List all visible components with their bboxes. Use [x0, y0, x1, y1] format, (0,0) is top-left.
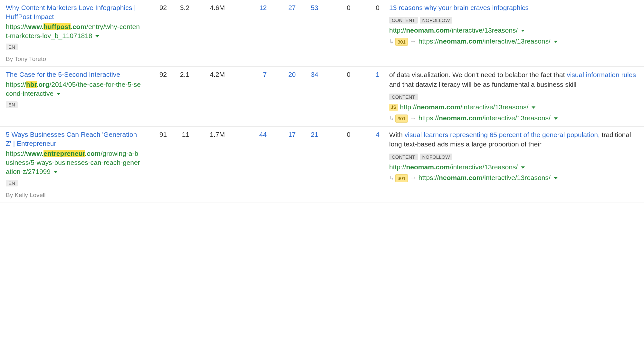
nofollow-badge: NOFOLLOW — [420, 154, 453, 160]
page-links-value[interactable]: 1 — [351, 70, 380, 78]
redirect-line: ↳301→https://neomam.com/interactive/13re… — [389, 113, 638, 123]
page-links-value[interactable]: 4 — [351, 130, 380, 138]
keywords-link-link[interactable]: 7 — [263, 71, 267, 78]
source-url[interactable]: https://www.entrepreneur.com/growing-a-b… — [6, 149, 141, 176]
keywords-link-link[interactable]: 44 — [259, 131, 267, 138]
target-url[interactable]: JShttp://neomam.com/interactive/13reason… — [389, 102, 638, 112]
redirect-target-url[interactable]: https://neomam.com/interactive/13reasons… — [418, 114, 558, 122]
source-title-link[interactable]: Why Content Marketers Love Infographics … — [6, 3, 141, 22]
language-badge: EN — [6, 44, 18, 50]
keywords-link-link[interactable]: 12 — [259, 4, 267, 11]
redirect-target-url[interactable]: https://neomam.com/interactive/13reasons… — [418, 174, 558, 181]
page-links-value-link[interactable]: 1 — [376, 71, 380, 78]
content-badge: CONTENT — [389, 94, 418, 100]
source-cell: 5 Ways Businesses Can Reach 'Generation … — [6, 130, 148, 199]
linked-domains-link[interactable]: 34 — [296, 70, 318, 78]
source-title-link[interactable]: 5 Ways Businesses Can Reach 'Generation … — [6, 130, 141, 148]
keywords-link[interactable]: 44 — [225, 130, 267, 138]
anchor-target-cell: 13 reasons why your brain craves infogra… — [380, 3, 638, 46]
content-badge: CONTENT — [389, 154, 418, 160]
caret-down-icon[interactable] — [57, 93, 61, 95]
ur-value: 11 — [167, 130, 189, 138]
redirect-line: ↳301→https://neomam.com/interactive/13re… — [389, 173, 638, 182]
linked-domains-link[interactable]: 21 — [296, 130, 318, 138]
ext-links-value: 0 — [318, 130, 351, 138]
anchor-snippet: of data visualization. We don't need to … — [389, 70, 638, 89]
link-badges: CONTENTNOFOLLOW — [389, 14, 638, 24]
ref-domains-link[interactable]: 27 — [267, 3, 296, 12]
anchor-target-cell: With visual learners representing 65 per… — [380, 130, 638, 183]
ext-links-value: 0 — [318, 3, 351, 12]
redirect-arrow-icon: ↳ — [389, 115, 394, 122]
status-301-badge: 301 — [395, 38, 408, 46]
arrow-right-icon: → — [410, 174, 417, 181]
dr-value: 92 — [148, 70, 167, 78]
ref-domains-link[interactable]: 20 — [267, 70, 296, 78]
status-301-badge: 301 — [395, 115, 408, 123]
caret-down-icon[interactable] — [95, 35, 99, 37]
page-links-value: 0 — [351, 3, 380, 12]
redirect-arrow-icon: ↳ — [389, 175, 394, 181]
link-badges: CONTENT — [389, 91, 638, 100]
caret-down-icon[interactable] — [54, 171, 58, 173]
page-links-value-link[interactable]: 4 — [376, 131, 380, 138]
linked-domains-link-link[interactable]: 53 — [311, 4, 318, 11]
target-url[interactable]: http://neomam.com/interactive/13reasons/ — [389, 25, 638, 35]
redirect-arrow-icon: ↳ — [389, 38, 394, 45]
source-cell: The Case for the 5-Second Interactivehtt… — [6, 70, 148, 108]
arrow-right-icon: → — [410, 37, 417, 45]
traffic-value: 1.7M — [189, 130, 225, 138]
language-badge: EN — [6, 180, 18, 186]
anchor-title-link[interactable]: 13 reasons why your brain craves infogra… — [389, 3, 638, 12]
traffic-value: 4.2M — [189, 70, 225, 78]
ref-domains-link-link[interactable]: 20 — [288, 71, 296, 78]
dr-value: 91 — [148, 130, 167, 138]
linked-domains-link-link[interactable]: 21 — [311, 131, 318, 138]
target-url[interactable]: http://neomam.com/interactive/13reasons/ — [389, 162, 638, 172]
content-badge: CONTENT — [389, 17, 418, 24]
ext-links-value: 0 — [318, 70, 351, 78]
anchor-target-cell: of data visualization. We don't need to … — [380, 70, 638, 123]
anchor-snippet-link[interactable]: visual learners representing 65 percent … — [405, 131, 600, 138]
nofollow-badge: NOFOLLOW — [420, 17, 453, 24]
linked-domains-link-link[interactable]: 34 — [311, 71, 318, 78]
ref-domains-link-link[interactable]: 27 — [288, 4, 296, 11]
source-url[interactable]: https://hbr.org/2014/05/the-case-for-the… — [6, 80, 141, 98]
redirect-target-url[interactable]: https://neomam.com/interactive/13reasons… — [418, 37, 558, 45]
redirect-line: ↳301→https://neomam.com/interactive/13re… — [389, 36, 638, 46]
caret-down-icon[interactable] — [521, 166, 525, 169]
caret-down-icon[interactable] — [554, 41, 558, 43]
ref-domains-link-link[interactable]: 17 — [288, 131, 296, 138]
traffic-value: 4.6M — [189, 3, 225, 12]
source-title-link[interactable]: The Case for the 5-Second Interactive — [6, 70, 141, 79]
table-row: Why Content Marketers Love Infographics … — [0, 0, 644, 67]
source-cell: Why Content Marketers Love Infographics … — [6, 3, 148, 63]
anchor-snippet: With visual learners representing 65 per… — [389, 130, 638, 149]
linked-domains-link[interactable]: 53 — [296, 3, 318, 12]
caret-down-icon[interactable] — [554, 177, 558, 179]
caret-down-icon[interactable] — [554, 117, 558, 120]
caret-down-icon[interactable] — [521, 30, 525, 32]
js-badge: JS — [389, 104, 398, 111]
arrow-right-icon: → — [410, 114, 417, 122]
keywords-link[interactable]: 12 — [225, 3, 267, 12]
status-301-badge: 301 — [395, 174, 408, 182]
language-badge: EN — [6, 101, 18, 108]
anchor-snippet-link[interactable]: visual information rules — [567, 71, 636, 78]
author-text: By Tony Toreto — [6, 55, 141, 63]
ref-domains-link[interactable]: 17 — [267, 130, 296, 138]
caret-down-icon[interactable] — [532, 106, 535, 109]
keywords-link[interactable]: 7 — [225, 70, 267, 78]
source-url[interactable]: https://www.huffpost.com/entry/why-conte… — [6, 22, 141, 41]
link-badges: CONTENTNOFOLLOW — [389, 151, 638, 160]
ur-value: 3.2 — [167, 3, 189, 12]
author-text: By Kelly Lovell — [6, 192, 141, 199]
ur-value: 2.1 — [167, 70, 189, 78]
table-row: 5 Ways Businesses Can Reach 'Generation … — [0, 127, 644, 203]
dr-value: 92 — [148, 3, 167, 12]
table-row: The Case for the 5-Second Interactivehtt… — [0, 67, 644, 127]
backlinks-table: Why Content Marketers Love Infographics … — [0, 0, 644, 203]
